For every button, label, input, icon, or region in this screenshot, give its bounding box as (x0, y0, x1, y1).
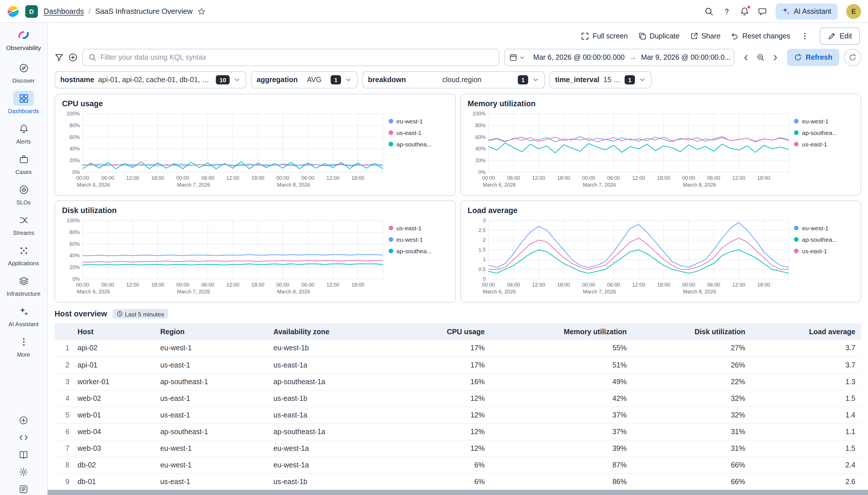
kql-filter-input[interactable] (101, 53, 493, 62)
notifications-bell-icon[interactable] (740, 6, 749, 16)
app: D Dashboards / SaaS Infrastructure Overv… (0, 0, 868, 495)
svg-text:06:00: 06:00 (101, 175, 114, 181)
legend-item[interactable]: ap-southea... (794, 129, 854, 136)
horizontal-scrollbar[interactable] (48, 490, 868, 495)
legend-item[interactable]: us-east-1 (388, 129, 448, 136)
legend-item[interactable]: us-east-1 (388, 224, 448, 232)
auto-refresh-button[interactable] (844, 49, 861, 66)
sidebar-item-infrastructure[interactable]: Infrastructure (0, 273, 47, 297)
edit-label: Edit (839, 32, 852, 40)
add-filter-plus-icon[interactable] (68, 53, 77, 62)
svg-text:40%: 40% (69, 146, 80, 152)
cell-load-average: 1.5 (751, 390, 861, 407)
start-date-button[interactable]: Mar 6, 2026 @ 00:00:00.000 (530, 53, 628, 62)
legend-item[interactable]: eu-west-1 (794, 118, 854, 125)
svg-text:80%: 80% (69, 123, 80, 129)
sidebar-item-more[interactable]: More (0, 334, 47, 358)
svg-text:March 8, 2026: March 8, 2026 (277, 289, 310, 295)
column-header-host[interactable]: Host (72, 323, 154, 340)
chart-area[interactable]: 0%20%40%60%80%100%00:0006:0012:0018:0000… (62, 217, 388, 300)
svg-text:00:00: 00:00 (76, 175, 89, 181)
sidebar-item-alerts[interactable]: Alerts (0, 121, 47, 145)
svg-text:12:00: 12:00 (532, 175, 545, 181)
column-header-memory-utilization[interactable]: Memory utilization (490, 323, 632, 340)
table-row: 5web-01us-east-1us-east-1a12%37%32%1.4 (54, 407, 861, 423)
column-header-disk-utilization[interactable]: Disk utilization (632, 323, 751, 340)
filter-icon[interactable] (54, 53, 64, 62)
svg-text:18:00: 18:00 (557, 175, 570, 181)
toolbar-action-label: Share (701, 32, 721, 40)
control-breakdown[interactable]: breakdowncloud.region1 (362, 71, 545, 88)
book-icon[interactable] (19, 450, 28, 459)
code-icon[interactable] (19, 433, 28, 442)
control-time-interval[interactable]: time_interval15 minutes1 (550, 71, 652, 88)
search-icon[interactable] (704, 6, 713, 16)
full-screen-button[interactable]: Full screen (581, 32, 628, 40)
svg-text:00:00: 00:00 (176, 282, 189, 288)
row-number: 5 (54, 407, 72, 423)
ai-assistant-button[interactable]: AI Assistant (775, 3, 837, 19)
legend-item[interactable]: us-east-1 (794, 141, 854, 148)
share-icon (690, 32, 698, 40)
breadcrumb-dashboards-link[interactable]: Dashboards (44, 7, 84, 16)
plus-circle-icon[interactable] (19, 416, 28, 425)
legend-item[interactable]: eu-west-1 (388, 236, 448, 243)
svg-text:12:00: 12:00 (632, 282, 645, 288)
chart-area[interactable]: 0%20%40%60%80%100%00:0006:0012:0018:0000… (62, 110, 388, 193)
zoom-out-time-icon[interactable] (757, 53, 765, 62)
feedback-icon[interactable] (19, 485, 28, 494)
legend-item[interactable]: ap-southea... (388, 248, 448, 254)
end-date-button[interactable]: Mar 9, 2026 @ 00:00:00.0... (638, 53, 734, 62)
sidebar-item-ai-assistant[interactable]: AI Assistant (0, 304, 47, 327)
favorite-star-icon[interactable] (197, 7, 205, 15)
column-header-region[interactable]: Region (154, 323, 267, 340)
legend-dot (388, 226, 393, 230)
chart-area[interactable]: 0%20%40%60%80%100%00:0006:0012:0018:0000… (468, 110, 794, 193)
legend-item[interactable]: ap-southea... (794, 236, 854, 243)
space-badge[interactable]: D (25, 5, 38, 18)
cell-cpu-usage: 12% (396, 423, 490, 440)
control-aggregation[interactable]: aggregationAVG1 (251, 71, 358, 88)
elastic-logo-icon[interactable] (7, 5, 19, 18)
share-button[interactable]: Share (690, 32, 721, 40)
svg-text:60%: 60% (475, 134, 485, 140)
breadcrumb-separator: / (88, 7, 90, 16)
sidebar-item-discover[interactable]: Discover (0, 60, 47, 84)
help-icon[interactable] (722, 6, 731, 16)
cell-availability-zone: us-east-1b (268, 473, 396, 490)
refresh-icon (794, 53, 802, 62)
more-options-button[interactable] (801, 32, 810, 41)
time-back-chevron-icon[interactable] (743, 54, 750, 61)
legend-item[interactable]: ap-southea... (388, 141, 448, 148)
column-header-availability-zone[interactable]: Availability zone (268, 323, 396, 340)
control-hostname[interactable]: hostnameapi-01, api-02, cache-01, db-01,… (54, 71, 246, 88)
sidebar-item-cases[interactable]: Cases (0, 152, 47, 175)
edit-button[interactable]: Edit (820, 28, 860, 45)
sidebar-item-label: SLOs (16, 199, 31, 206)
time-forward-chevron-icon[interactable] (772, 54, 779, 61)
calendar-dropdown-button[interactable] (505, 53, 530, 62)
legend-item[interactable]: eu-west-1 (794, 224, 854, 232)
sidebar-item-dashboards[interactable]: Dashboards (0, 91, 47, 114)
cell-memory-utilization: 87% (490, 457, 632, 473)
chart-area[interactable]: 00.511.522.5300:0006:0012:0018:0000:0006… (468, 217, 794, 300)
gear-icon[interactable] (19, 467, 28, 477)
column-header-load-average[interactable]: Load average (751, 323, 861, 340)
sidebar-item-applications[interactable]: Applications (0, 243, 47, 267)
cell-load-average: 1.5 (751, 440, 861, 457)
user-avatar[interactable]: E (846, 4, 861, 19)
sidebar-item-streams[interactable]: Streams (0, 212, 47, 236)
observability-logo[interactable]: Observability (6, 29, 41, 60)
legend-item[interactable]: us-east-1 (794, 248, 854, 254)
svg-text:20%: 20% (69, 264, 80, 270)
legend-item[interactable]: eu-west-1 (388, 118, 448, 125)
column-header-cpu-usage[interactable]: CPU usage (396, 323, 490, 340)
fullscreen-icon (581, 32, 589, 40)
legend-dot (388, 130, 393, 135)
sidebar-item-slos[interactable]: SLOs (0, 182, 47, 206)
feedback-chat-icon[interactable] (758, 6, 767, 16)
duplicate-button[interactable]: Duplicate (638, 32, 679, 40)
reset-changes-button[interactable]: Reset changes (731, 32, 790, 40)
refresh-button[interactable]: Refresh (787, 49, 839, 66)
svg-text:60%: 60% (69, 134, 80, 140)
